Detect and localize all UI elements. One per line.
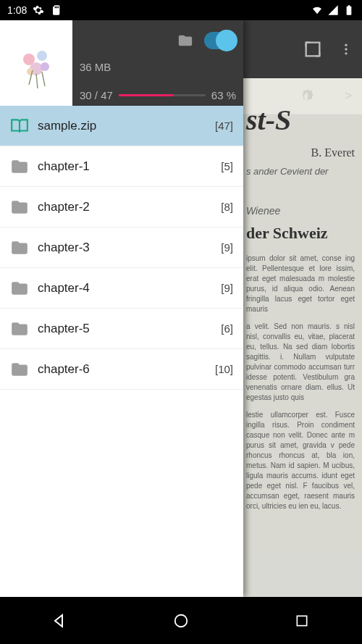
folder-icon xyxy=(10,279,29,298)
progress-row: 30 / 47 63 % xyxy=(80,89,236,101)
list-item-label: chapter-4 xyxy=(38,281,212,296)
list-item-count: [6] xyxy=(221,322,233,335)
list-item-label: chapter-5 xyxy=(38,322,212,336)
svg-point-10 xyxy=(175,614,188,627)
progress-count: 30 / 47 xyxy=(80,89,113,101)
folder-icon xyxy=(10,238,29,257)
list-item-count: [5] xyxy=(221,160,233,172)
drawer-header: 36 MB 30 / 47 63 % xyxy=(0,20,243,106)
folder-icon xyxy=(10,319,29,338)
list-item[interactable]: chapter-4[9] xyxy=(0,268,243,309)
doc-section-title: der Schweiz xyxy=(246,222,355,245)
status-time: 1:08 xyxy=(7,4,27,16)
svg-point-9 xyxy=(27,68,34,75)
doc-para: a velit. Sed non mauris. s nisl nisl, co… xyxy=(246,322,355,403)
list-item-count: [47] xyxy=(215,120,233,132)
home-button[interactable] xyxy=(171,611,191,631)
signal-icon xyxy=(327,4,339,16)
book-open-icon xyxy=(10,117,29,135)
list-item-count: [8] xyxy=(221,201,233,213)
navigation-drawer: 36 MB 30 / 47 63 % sample.zip[47]chapter… xyxy=(0,20,243,597)
list-item[interactable]: chapter-5[6] xyxy=(0,309,243,349)
progress-bar[interactable] xyxy=(119,94,206,96)
doc-para: lestie ullamcorper est. Fusce ingilla ri… xyxy=(246,410,355,511)
gear-icon xyxy=(33,4,44,16)
book-thumbnail[interactable] xyxy=(0,20,72,106)
folder-icon xyxy=(10,157,29,176)
folder-icon xyxy=(10,198,29,217)
svg-point-1 xyxy=(345,44,347,46)
svg-point-2 xyxy=(345,48,347,50)
svg-rect-0 xyxy=(306,43,320,57)
list-item-count: [10] xyxy=(215,363,233,375)
svg-point-3 xyxy=(345,52,347,54)
list-item-count: [9] xyxy=(221,241,233,254)
list-item-label: chapter-6 xyxy=(38,362,206,377)
doc-subtitle-fragment: s ander Cevient der xyxy=(246,165,355,178)
progress-fill xyxy=(119,94,174,96)
list-item-label: chapter-3 xyxy=(38,241,212,255)
folder-icon[interactable] xyxy=(175,33,195,49)
main-container: > st-S B. Everet s ander Cevient der Wie… xyxy=(0,20,362,597)
list-item-label: chapter-2 xyxy=(38,200,212,214)
recent-apps-button[interactable] xyxy=(292,611,312,631)
status-bar: 1:08 xyxy=(0,0,362,20)
drawer-toggle[interactable] xyxy=(204,32,236,49)
file-list[interactable]: sample.zip[47]chapter-1[5]chapter-2[8]ch… xyxy=(0,106,243,597)
wifi-icon xyxy=(311,4,323,16)
back-button[interactable] xyxy=(50,611,70,631)
list-item[interactable]: chapter-3[9] xyxy=(0,227,243,268)
system-nav-bar xyxy=(0,597,362,644)
svg-rect-11 xyxy=(297,616,306,625)
folder-icon xyxy=(10,360,29,379)
fullscreen-icon[interactable] xyxy=(301,38,324,61)
doc-para: ipsum dolor sit amet, conse ing elit. Pe… xyxy=(246,254,355,314)
svg-point-6 xyxy=(37,51,47,61)
list-item[interactable]: sample.zip[47] xyxy=(0,106,243,146)
toggle-knob xyxy=(216,30,237,51)
overflow-menu-icon[interactable] xyxy=(339,38,353,61)
battery-icon xyxy=(343,4,355,16)
list-item-label: sample.zip xyxy=(38,119,206,133)
doc-title-fragment: st-S xyxy=(246,100,355,141)
svg-point-8 xyxy=(41,62,49,71)
list-item[interactable]: chapter-2[8] xyxy=(0,187,243,227)
progress-percent: 63 % xyxy=(211,89,236,101)
list-item-label: chapter-1 xyxy=(38,159,212,174)
list-item[interactable]: chapter-1[5] xyxy=(0,146,243,187)
sd-icon xyxy=(50,4,62,16)
doc-author-fragment: B. Everet xyxy=(246,145,355,161)
list-item[interactable]: chapter-6[10] xyxy=(0,349,243,390)
list-item-count: [9] xyxy=(221,282,233,294)
file-size: 36 MB xyxy=(80,61,236,73)
doc-section-name: Wienee xyxy=(246,204,355,219)
